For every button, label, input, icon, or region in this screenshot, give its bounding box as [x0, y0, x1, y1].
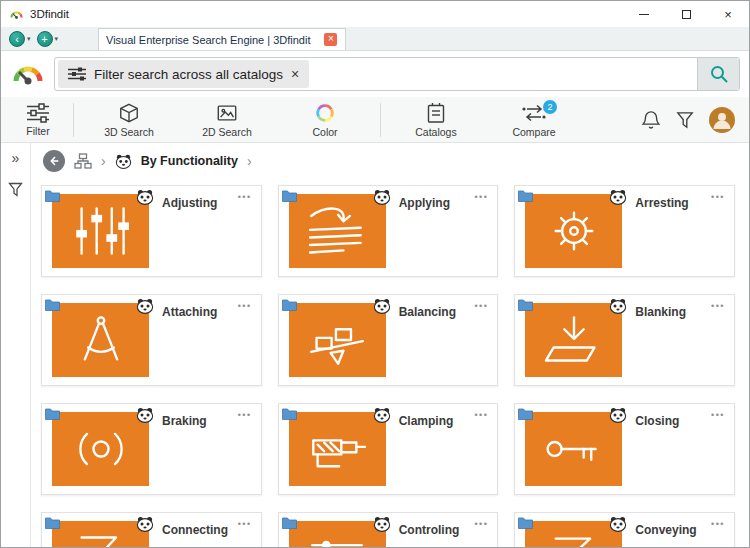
maximize-button[interactable]: [665, 1, 707, 27]
image-2d-icon: [216, 102, 238, 124]
category-card-adjusting[interactable]: Adjusting •••: [41, 185, 262, 277]
close-button[interactable]: ×: [707, 1, 749, 27]
breadcrumb: › By Functionality ›: [31, 145, 749, 177]
content-area: »: [1, 143, 749, 547]
category-thumbnail: [525, 412, 622, 486]
catalogs-book-icon: [426, 102, 446, 124]
tool-3d-search[interactable]: 3D Search: [80, 97, 178, 142]
classification-badge-icon: [136, 298, 154, 314]
threedfindit-logo-icon: [10, 59, 46, 89]
category-title: Clamping: [399, 414, 454, 428]
classification-badge-icon: [136, 407, 154, 423]
category-card-blanking[interactable]: Blanking •••: [514, 294, 735, 386]
clamping-sketch-icon: [302, 421, 372, 477]
chip-close-icon[interactable]: ×: [291, 67, 299, 81]
active-tab[interactable]: Visual Enterprise Search Engine | 3Dfind…: [98, 28, 346, 50]
expand-sidebar-icon[interactable]: »: [12, 151, 20, 165]
category-card-connecting[interactable]: Connecting •••: [41, 512, 262, 547]
search-filter-chip[interactable]: Filter search across all catalogs ×: [58, 60, 309, 88]
chip-label: Filter search across all catalogs: [94, 67, 283, 82]
card-more-button[interactable]: •••: [238, 192, 252, 202]
category-thumbnail: [525, 521, 622, 547]
breadcrumb-current[interactable]: By Functionality: [141, 154, 238, 168]
nav-new-caret-icon[interactable]: ▾: [55, 35, 59, 43]
nav-back-caret-icon[interactable]: ▾: [27, 35, 31, 43]
filter-sliders-icon: [26, 103, 50, 123]
user-avatar[interactable]: [709, 107, 735, 133]
minimize-button[interactable]: [623, 1, 665, 27]
search-input[interactable]: [309, 58, 697, 90]
category-card-balancing[interactable]: Balancing •••: [278, 294, 499, 386]
classification-badge-icon: [373, 407, 391, 423]
card-more-button[interactable]: •••: [238, 519, 252, 529]
card-more-button[interactable]: •••: [238, 301, 252, 311]
tool-catalogs[interactable]: Catalogs: [387, 97, 485, 142]
card-more-button[interactable]: •••: [238, 410, 252, 420]
tool-2d-search[interactable]: 2D Search: [178, 97, 276, 142]
category-title: Applying: [399, 196, 450, 210]
search-button[interactable]: [697, 58, 739, 90]
category-card-applying[interactable]: Applying •••: [278, 185, 499, 277]
card-more-button[interactable]: •••: [474, 519, 488, 529]
category-thumbnail: [289, 412, 386, 486]
tool-catalogs-label: Catalogs: [415, 126, 456, 138]
adjusting-sketch-icon: [66, 203, 136, 259]
category-thumbnail: [525, 194, 622, 268]
card-more-button[interactable]: •••: [474, 410, 488, 420]
category-thumbnail: [289, 303, 386, 377]
card-more-button[interactable]: •••: [711, 519, 725, 529]
breadcrumb-chevron-icon[interactable]: ›: [247, 153, 252, 169]
classification-badge-icon: [609, 298, 627, 314]
tool-compare[interactable]: 2 Compare: [485, 97, 583, 142]
classification-badge-icon: [609, 407, 627, 423]
main-panel: › By Functionality ›: [31, 143, 749, 547]
category-title: Blanking: [635, 305, 686, 319]
title-bar: 3Dfindit ×: [1, 1, 749, 27]
category-card-arresting[interactable]: Arresting •••: [514, 185, 735, 277]
card-more-button[interactable]: •••: [474, 192, 488, 202]
card-more-button[interactable]: •••: [711, 301, 725, 311]
category-card-conveying[interactable]: Conveying •••: [514, 512, 735, 547]
compare-count-badge: 2: [543, 100, 557, 114]
classification-badge-icon: [373, 298, 391, 314]
card-more-button[interactable]: •••: [711, 410, 725, 420]
category-card-closing[interactable]: Closing •••: [514, 403, 735, 495]
app-logo-icon: [9, 8, 24, 21]
catalog-tree-icon[interactable]: [74, 153, 92, 169]
breadcrumb-back-button[interactable]: [43, 150, 65, 172]
category-title: Controling: [399, 523, 460, 537]
folder-flag-icon: [45, 407, 60, 420]
category-title: Connecting: [162, 523, 228, 537]
folder-flag-icon: [518, 516, 533, 529]
category-thumbnail: [525, 303, 622, 377]
notifications-bell-icon[interactable]: [641, 109, 661, 131]
card-more-button[interactable]: •••: [474, 301, 488, 311]
folder-flag-icon: [282, 189, 297, 202]
maximize-icon: [682, 10, 691, 19]
search-box[interactable]: Filter search across all catalogs ×: [54, 57, 740, 91]
folder-flag-icon: [282, 516, 297, 529]
tool-color[interactable]: Color: [276, 97, 374, 142]
window-title: 3Dfindit: [30, 8, 69, 20]
main-toolbar: Filter 3D Search 2D Search: [1, 97, 749, 143]
category-card-attaching[interactable]: Attaching •••: [41, 294, 262, 386]
category-card-clamping[interactable]: Clamping •••: [278, 403, 499, 495]
nav-back-button[interactable]: ‹: [9, 31, 25, 47]
tab-close-button[interactable]: ×: [324, 33, 337, 46]
category-thumbnail: [52, 521, 149, 547]
braking-sketch-icon: [66, 421, 136, 477]
card-more-button[interactable]: •••: [711, 192, 725, 202]
folder-flag-icon: [45, 516, 60, 529]
search-icon: [709, 64, 729, 84]
tool-compare-label: Compare: [512, 126, 555, 138]
category-card-braking[interactable]: Braking •••: [41, 403, 262, 495]
cube-3d-icon: [118, 102, 140, 124]
folder-flag-icon: [518, 298, 533, 311]
category-grid: Adjusting ••• Applying •••: [31, 177, 749, 547]
category-card-controling[interactable]: Controling •••: [278, 512, 499, 547]
tool-filter[interactable]: Filter: [9, 97, 67, 142]
nav-new-tab-button[interactable]: +: [37, 31, 53, 47]
sidebar-filter-funnel-icon[interactable]: [8, 181, 23, 198]
classification-badge-icon: [115, 154, 132, 169]
filter-funnel-icon[interactable]: [676, 110, 694, 130]
